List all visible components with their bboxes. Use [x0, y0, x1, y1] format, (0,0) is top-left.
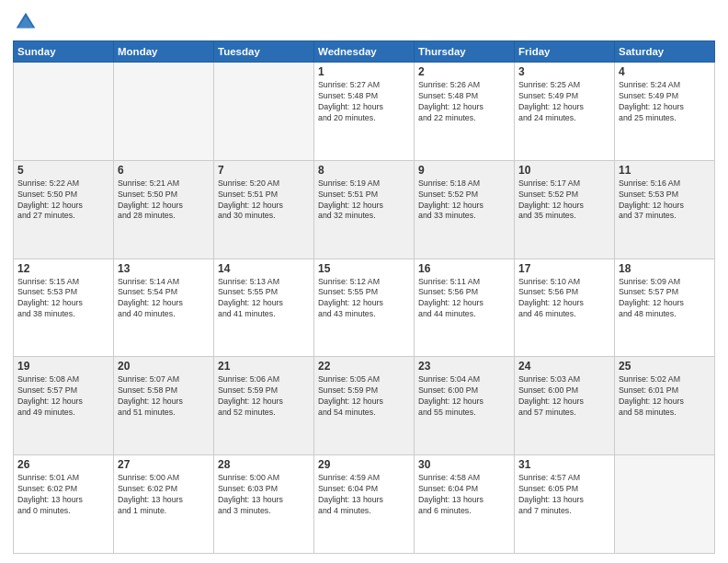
cell-daylight-info: Sunrise: 5:05 AMSunset: 5:59 PMDaylight:… — [318, 374, 410, 419]
day-number: 27 — [118, 458, 210, 471]
day-number: 2 — [418, 65, 510, 78]
calendar-cell: 4Sunrise: 5:24 AMSunset: 5:49 PMDaylight… — [615, 63, 715, 161]
calendar-cell: 25Sunrise: 5:02 AMSunset: 6:01 PMDayligh… — [615, 357, 715, 455]
calendar-cell: 1Sunrise: 5:27 AMSunset: 5:48 PMDaylight… — [314, 63, 415, 161]
day-number: 10 — [518, 164, 610, 177]
cell-daylight-info: Sunrise: 5:26 AMSunset: 5:48 PMDaylight:… — [418, 80, 510, 124]
cell-daylight-info: Sunrise: 4:58 AMSunset: 6:04 PMDaylight:… — [418, 473, 510, 517]
day-number: 26 — [17, 458, 109, 471]
day-number: 12 — [17, 262, 109, 275]
calendar-cell: 8Sunrise: 5:19 AMSunset: 5:51 PMDaylight… — [314, 160, 415, 259]
cell-daylight-info: Sunrise: 5:00 AMSunset: 6:02 PMDaylight:… — [118, 473, 210, 517]
day-number: 6 — [118, 164, 210, 177]
cell-daylight-info: Sunrise: 5:15 AMSunset: 5:53 PMDaylight:… — [17, 277, 109, 321]
cell-daylight-info: Sunrise: 5:01 AMSunset: 6:02 PMDaylight:… — [17, 473, 109, 517]
header — [13, 9, 715, 35]
cell-daylight-info: Sunrise: 5:03 AMSunset: 6:00 PMDaylight:… — [518, 374, 610, 419]
day-number: 13 — [118, 262, 210, 275]
cell-daylight-info: Sunrise: 4:57 AMSunset: 6:05 PMDaylight:… — [518, 473, 610, 517]
day-number: 14 — [218, 262, 310, 275]
cell-daylight-info: Sunrise: 5:09 AMSunset: 5:57 PMDaylight:… — [619, 277, 711, 321]
calendar-cell: 2Sunrise: 5:26 AMSunset: 5:48 PMDaylight… — [415, 63, 515, 161]
day-number: 31 — [518, 458, 610, 471]
cell-daylight-info: Sunrise: 5:14 AMSunset: 5:54 PMDaylight:… — [118, 277, 210, 321]
calendar-cell — [14, 63, 114, 161]
cell-daylight-info: Sunrise: 5:08 AMSunset: 5:57 PMDaylight:… — [17, 374, 109, 419]
cell-daylight-info: Sunrise: 5:00 AMSunset: 6:03 PMDaylight:… — [218, 473, 310, 517]
calendar-week-3: 12Sunrise: 5:15 AMSunset: 5:53 PMDayligh… — [14, 259, 715, 357]
day-number: 8 — [318, 164, 410, 177]
day-number: 19 — [17, 360, 109, 373]
calendar-cell: 27Sunrise: 5:00 AMSunset: 6:02 PMDayligh… — [114, 455, 214, 554]
cell-daylight-info: Sunrise: 5:25 AMSunset: 5:49 PMDaylight:… — [518, 80, 610, 124]
calendar-cell: 14Sunrise: 5:13 AMSunset: 5:55 PMDayligh… — [214, 259, 314, 357]
cell-daylight-info: Sunrise: 5:06 AMSunset: 5:59 PMDaylight:… — [218, 374, 310, 419]
weekday-header-row: SundayMondayTuesdayWednesdayThursdayFrid… — [14, 41, 715, 63]
day-number: 16 — [418, 262, 510, 275]
calendar-cell: 11Sunrise: 5:16 AMSunset: 5:53 PMDayligh… — [615, 160, 715, 259]
day-number: 4 — [619, 65, 711, 78]
calendar-cell: 30Sunrise: 4:58 AMSunset: 6:04 PMDayligh… — [415, 455, 515, 554]
calendar-cell: 29Sunrise: 4:59 AMSunset: 6:04 PMDayligh… — [314, 455, 415, 554]
calendar-cell: 22Sunrise: 5:05 AMSunset: 5:59 PMDayligh… — [314, 357, 415, 455]
day-number: 30 — [418, 458, 510, 471]
weekday-header-sunday: Sunday — [14, 41, 114, 63]
weekday-header-wednesday: Wednesday — [314, 41, 415, 63]
day-number: 21 — [218, 360, 310, 373]
weekday-header-thursday: Thursday — [415, 41, 515, 63]
calendar-cell — [114, 63, 214, 161]
calendar-cell: 12Sunrise: 5:15 AMSunset: 5:53 PMDayligh… — [14, 259, 114, 357]
calendar-week-1: 1Sunrise: 5:27 AMSunset: 5:48 PMDaylight… — [14, 63, 715, 161]
calendar-cell: 20Sunrise: 5:07 AMSunset: 5:58 PMDayligh… — [114, 357, 214, 455]
day-number: 5 — [17, 164, 109, 177]
logo-icon — [13, 9, 39, 35]
calendar-cell: 18Sunrise: 5:09 AMSunset: 5:57 PMDayligh… — [615, 259, 715, 357]
calendar-cell: 7Sunrise: 5:20 AMSunset: 5:51 PMDaylight… — [214, 160, 314, 259]
weekday-header-friday: Friday — [515, 41, 615, 63]
day-number: 3 — [518, 65, 610, 78]
cell-daylight-info: Sunrise: 5:02 AMSunset: 6:01 PMDaylight:… — [619, 374, 711, 419]
cell-daylight-info: Sunrise: 5:19 AMSunset: 5:51 PMDaylight:… — [318, 178, 410, 223]
page: SundayMondayTuesdayWednesdayThursdayFrid… — [0, 0, 728, 563]
cell-daylight-info: Sunrise: 5:07 AMSunset: 5:58 PMDaylight:… — [118, 374, 210, 419]
calendar-cell: 6Sunrise: 5:21 AMSunset: 5:50 PMDaylight… — [114, 160, 214, 259]
cell-daylight-info: Sunrise: 4:59 AMSunset: 6:04 PMDaylight:… — [318, 473, 410, 517]
calendar-cell: 3Sunrise: 5:25 AMSunset: 5:49 PMDaylight… — [515, 63, 615, 161]
day-number: 29 — [318, 458, 410, 471]
cell-daylight-info: Sunrise: 5:12 AMSunset: 5:55 PMDaylight:… — [318, 277, 410, 321]
cell-daylight-info: Sunrise: 5:10 AMSunset: 5:56 PMDaylight:… — [518, 277, 610, 321]
day-number: 9 — [418, 164, 510, 177]
cell-daylight-info: Sunrise: 5:22 AMSunset: 5:50 PMDaylight:… — [17, 178, 109, 223]
calendar-cell: 31Sunrise: 4:57 AMSunset: 6:05 PMDayligh… — [515, 455, 615, 554]
weekday-header-monday: Monday — [114, 41, 214, 63]
calendar-cell: 26Sunrise: 5:01 AMSunset: 6:02 PMDayligh… — [14, 455, 114, 554]
day-number: 17 — [518, 262, 610, 275]
calendar-cell: 17Sunrise: 5:10 AMSunset: 5:56 PMDayligh… — [515, 259, 615, 357]
cell-daylight-info: Sunrise: 5:16 AMSunset: 5:53 PMDaylight:… — [619, 178, 711, 223]
calendar-cell: 9Sunrise: 5:18 AMSunset: 5:52 PMDaylight… — [415, 160, 515, 259]
day-number: 7 — [218, 164, 310, 177]
day-number: 22 — [318, 360, 410, 373]
calendar-week-5: 26Sunrise: 5:01 AMSunset: 6:02 PMDayligh… — [14, 455, 715, 554]
calendar-cell: 15Sunrise: 5:12 AMSunset: 5:55 PMDayligh… — [314, 259, 415, 357]
day-number: 25 — [619, 360, 711, 373]
calendar-cell — [214, 63, 314, 161]
cell-daylight-info: Sunrise: 5:04 AMSunset: 6:00 PMDaylight:… — [418, 374, 510, 419]
day-number: 15 — [318, 262, 410, 275]
calendar-table: SundayMondayTuesdayWednesdayThursdayFrid… — [13, 40, 715, 554]
weekday-header-saturday: Saturday — [615, 41, 715, 63]
cell-daylight-info: Sunrise: 5:13 AMSunset: 5:55 PMDaylight:… — [218, 277, 310, 321]
calendar-cell — [615, 455, 715, 554]
calendar-cell: 16Sunrise: 5:11 AMSunset: 5:56 PMDayligh… — [415, 259, 515, 357]
day-number: 20 — [118, 360, 210, 373]
cell-daylight-info: Sunrise: 5:11 AMSunset: 5:56 PMDaylight:… — [418, 277, 510, 321]
calendar-cell: 5Sunrise: 5:22 AMSunset: 5:50 PMDaylight… — [14, 160, 114, 259]
calendar-cell: 13Sunrise: 5:14 AMSunset: 5:54 PMDayligh… — [114, 259, 214, 357]
cell-daylight-info: Sunrise: 5:20 AMSunset: 5:51 PMDaylight:… — [218, 178, 310, 223]
cell-daylight-info: Sunrise: 5:24 AMSunset: 5:49 PMDaylight:… — [619, 80, 711, 124]
cell-daylight-info: Sunrise: 5:18 AMSunset: 5:52 PMDaylight:… — [418, 178, 510, 223]
calendar-cell: 21Sunrise: 5:06 AMSunset: 5:59 PMDayligh… — [214, 357, 314, 455]
day-number: 1 — [318, 65, 410, 78]
cell-daylight-info: Sunrise: 5:17 AMSunset: 5:52 PMDaylight:… — [518, 178, 610, 223]
day-number: 23 — [418, 360, 510, 373]
